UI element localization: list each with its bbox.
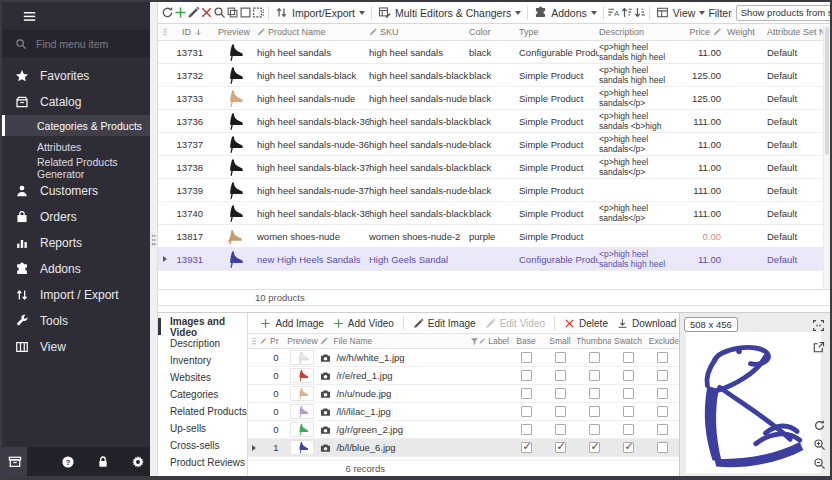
product-row-13817[interactable]: 13817women shoes-nudewomen shoes-nude-2p… xyxy=(158,225,823,248)
product-row-13731[interactable]: 13731high heel sandalshigh heel sandalsb… xyxy=(158,41,823,64)
tab-cross-sells[interactable]: Cross-sells xyxy=(158,437,247,454)
menu-multi-editors-changers[interactable]: Multi Editors & Changers xyxy=(375,6,524,19)
thumbnail-checkbox[interactable] xyxy=(589,370,600,381)
menu-addons[interactable]: Addons xyxy=(531,6,600,19)
sidebar-item-attributes[interactable]: Attributes xyxy=(2,136,150,157)
image-row-w-h-white-1-jpg[interactable]: 0/w/h/white_1.jpg xyxy=(248,349,679,367)
sidebar-item-customers[interactable]: Customers xyxy=(2,178,150,204)
product-row-13738[interactable]: 13738high heel sandals-black-37high heel… xyxy=(158,156,823,179)
thumbnail-checkbox[interactable] xyxy=(589,406,600,417)
delete-button[interactable] xyxy=(200,4,213,21)
exclude-checkbox[interactable] xyxy=(657,442,668,453)
exclude-checkbox[interactable] xyxy=(657,424,668,435)
sort-down-button[interactable] xyxy=(633,4,646,21)
column-header-product-name[interactable]: Product Name xyxy=(257,27,369,37)
tab-description[interactable]: Description xyxy=(158,335,247,352)
menu-view[interactable]: View xyxy=(653,6,709,19)
swatch-checkbox[interactable] xyxy=(623,370,634,381)
image-row-n-u-nude-jpg[interactable]: 0/n/u/nude.jpg xyxy=(248,385,679,403)
exclude-checkbox[interactable] xyxy=(657,406,668,417)
column-header-label[interactable]: Label xyxy=(479,336,509,346)
small-checkbox[interactable] xyxy=(555,370,566,381)
tab-related-products[interactable]: Related Products xyxy=(158,403,247,420)
grid-scrollbar-thumb[interactable] xyxy=(825,27,829,155)
thumbnail-checkbox[interactable] xyxy=(589,442,600,453)
small-checkbox[interactable] xyxy=(555,442,566,453)
sidebar-item-addons[interactable]: Addons xyxy=(2,256,150,282)
column-header-price[interactable]: Price xyxy=(671,27,727,37)
base-checkbox[interactable] xyxy=(521,424,532,435)
image-row-r-e-red-1-jpg[interactable]: 0/r/e/red_1.jpg xyxy=(248,367,679,385)
lock-button[interactable] xyxy=(90,447,115,476)
base-checkbox[interactable] xyxy=(521,406,532,417)
column-chooser[interactable] xyxy=(158,28,171,36)
delete-button[interactable]: Delete xyxy=(561,318,611,329)
tab-categories[interactable]: Categories xyxy=(158,386,247,403)
tab-inventory[interactable]: Inventory xyxy=(158,352,247,369)
menu-import-export[interactable]: Import/Export xyxy=(272,6,368,19)
small-checkbox[interactable] xyxy=(555,388,566,399)
product-row-13739[interactable]: 13739high heel sandals-nude-37high heel … xyxy=(158,179,823,202)
small-checkbox[interactable] xyxy=(555,406,566,417)
exclude-checkbox[interactable] xyxy=(657,388,668,399)
store-button[interactable] xyxy=(2,447,27,476)
swatch-checkbox[interactable] xyxy=(623,406,634,417)
filter-dropdown[interactable]: Show products from selected categories xyxy=(736,5,832,21)
base-checkbox[interactable] xyxy=(521,388,532,399)
column-header-file-name[interactable]: File Name xyxy=(320,336,479,346)
sidebar-item-orders[interactable]: Orders xyxy=(2,204,150,230)
small-checkbox[interactable] xyxy=(555,352,566,363)
thumbnail-checkbox[interactable] xyxy=(589,352,600,363)
column-header-weight[interactable]: Weight xyxy=(727,27,759,37)
edit-image-button[interactable]: Edit Image xyxy=(410,318,479,329)
column-header-base[interactable]: Base xyxy=(509,336,543,346)
swatch-checkbox[interactable] xyxy=(623,442,634,453)
fit-to-size-icon[interactable] xyxy=(812,319,825,332)
sidebar-item-reports[interactable]: Reports xyxy=(2,230,150,256)
hamburger-menu-icon[interactable] xyxy=(21,10,38,23)
column-header-thumbna[interactable]: Thumbna xyxy=(577,336,611,346)
tab-images-and-video[interactable]: Images and Video xyxy=(158,318,247,335)
column-header-color[interactable]: Color xyxy=(469,27,519,37)
zoom-out-icon[interactable] xyxy=(813,457,826,470)
column-header-description[interactable]: Description xyxy=(599,27,671,37)
add-image-button[interactable]: Add Image xyxy=(257,318,326,329)
copy-button[interactable] xyxy=(226,4,239,21)
add-button[interactable] xyxy=(174,4,187,21)
search-button[interactable] xyxy=(213,4,226,21)
column-header-pr[interactable]: Pr xyxy=(260,336,284,346)
checkbox-button[interactable] xyxy=(239,4,252,21)
sort-az-button[interactable]: A xyxy=(607,4,620,21)
download-image-button[interactable]: Download Image xyxy=(614,318,679,329)
tab-up-sells[interactable]: Up-sells xyxy=(158,420,247,437)
menu-search-input[interactable]: Find menu item xyxy=(2,30,150,57)
sidebar-item-categories-products[interactable]: Categories & Products xyxy=(2,115,150,136)
column-header-sku[interactable]: SKU xyxy=(369,27,469,37)
settings-button[interactable] xyxy=(125,447,150,476)
column-header-preview[interactable]: Preview xyxy=(284,336,320,346)
column-header-preview[interactable]: Preview xyxy=(211,27,257,37)
swatch-checkbox[interactable] xyxy=(623,424,634,435)
sidebar-item-view[interactable]: View xyxy=(2,334,150,360)
base-checkbox[interactable] xyxy=(521,442,532,453)
sidebar-item-import-export[interactable]: Import / Export xyxy=(2,282,150,308)
edit-button[interactable] xyxy=(187,4,200,21)
column-header-swatch[interactable]: Swatch xyxy=(611,336,645,346)
product-row-13732[interactable]: 13732high heel sandals-blackhigh heel sa… xyxy=(158,64,823,87)
column-header-attribute-set-name[interactable]: Attribute Set Name xyxy=(759,27,823,37)
column-header-type[interactable]: Type xyxy=(519,27,599,37)
product-row-13931[interactable]: 13931new High Heels SandalsHigh Geels Sa… xyxy=(158,248,823,271)
column-header-id[interactable]: ID xyxy=(171,27,211,37)
base-checkbox[interactable] xyxy=(521,352,532,363)
product-row-13736[interactable]: 13736high heel sandals-black-36high heel… xyxy=(158,110,823,133)
sidebar-item-catalog[interactable]: Catalog xyxy=(2,89,150,115)
image-row-b-l-blue-6-jpg[interactable]: 1/b/l/blue_6.jpg xyxy=(248,439,679,457)
small-checkbox[interactable] xyxy=(555,424,566,435)
column-header-small[interactable]: Small xyxy=(543,336,577,346)
exclude-checkbox[interactable] xyxy=(657,352,668,363)
image-row-g-r-green-2-jpg[interactable]: 0/g/r/green_2.jpg xyxy=(248,421,679,439)
thumbnail-checkbox[interactable] xyxy=(589,424,600,435)
tab-product-reviews[interactable]: Product Reviews xyxy=(158,454,247,471)
open-external-icon[interactable] xyxy=(812,341,825,354)
help-button[interactable]: ? xyxy=(55,447,80,476)
